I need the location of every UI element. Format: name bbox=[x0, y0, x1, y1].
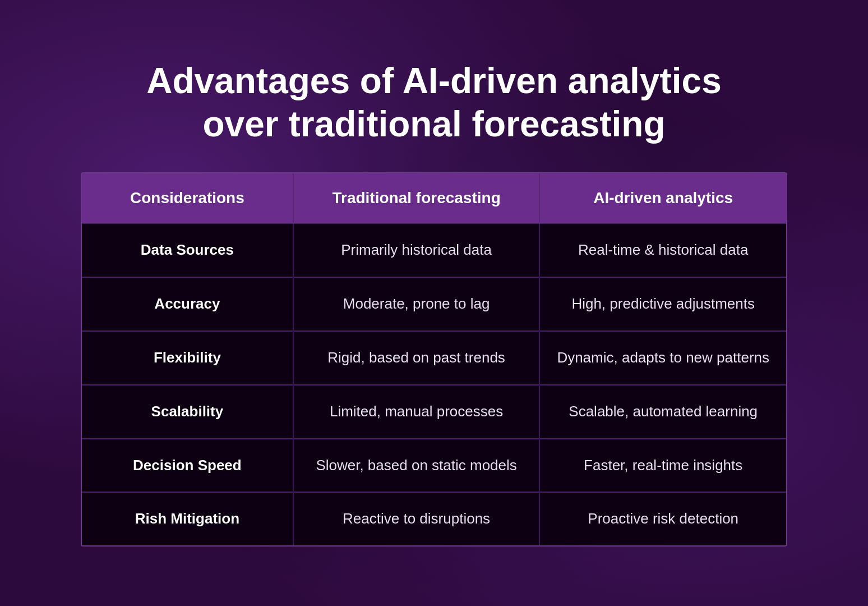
cell-traditional: Rigid, based on past trends bbox=[293, 331, 540, 385]
cell-ai: Proactive risk detection bbox=[539, 492, 786, 545]
cell-traditional: Moderate, prone to lag bbox=[293, 277, 540, 331]
cell-ai: Real-time & historical data bbox=[539, 223, 786, 277]
cell-consideration: Rish Mitigation bbox=[82, 492, 293, 545]
table-header-row: Considerations Traditional forecasting A… bbox=[82, 173, 786, 223]
table-row: Decision SpeedSlower, based on static mo… bbox=[82, 439, 786, 493]
cell-ai: Scalable, automated learning bbox=[539, 385, 786, 439]
comparison-table: Considerations Traditional forecasting A… bbox=[81, 172, 787, 547]
cell-consideration: Flexibility bbox=[82, 331, 293, 385]
cell-consideration: Decision Speed bbox=[82, 439, 293, 493]
header-traditional: Traditional forecasting bbox=[293, 173, 540, 223]
page-title: Advantages of AI-driven analytics over t… bbox=[146, 59, 721, 146]
cell-traditional: Limited, manual processes bbox=[293, 385, 540, 439]
table-row: ScalabilityLimited, manual processesScal… bbox=[82, 385, 786, 439]
cell-consideration: Scalability bbox=[82, 385, 293, 439]
cell-consideration: Data Sources bbox=[82, 223, 293, 277]
cell-ai: Dynamic, adapts to new patterns bbox=[539, 331, 786, 385]
header-considerations: Considerations bbox=[82, 173, 293, 223]
cell-consideration: Accuracy bbox=[82, 277, 293, 331]
cell-traditional: Reactive to disruptions bbox=[293, 492, 540, 545]
table-row: FlexibilityRigid, based on past trendsDy… bbox=[82, 331, 786, 385]
cell-ai: Faster, real-time insights bbox=[539, 439, 786, 493]
table-row: Data SourcesPrimarily historical dataRea… bbox=[82, 223, 786, 277]
cell-traditional: Primarily historical data bbox=[293, 223, 540, 277]
header-ai: AI-driven analytics bbox=[539, 173, 786, 223]
table-row: AccuracyModerate, prone to lagHigh, pred… bbox=[82, 277, 786, 331]
cell-ai: High, predictive adjustments bbox=[539, 277, 786, 331]
cell-traditional: Slower, based on static models bbox=[293, 439, 540, 493]
table-row: Rish MitigationReactive to disruptionsPr… bbox=[82, 492, 786, 545]
